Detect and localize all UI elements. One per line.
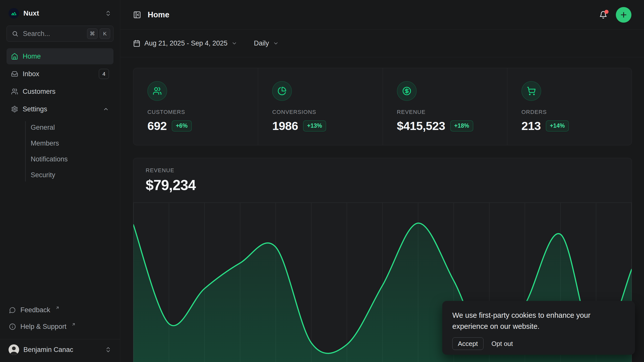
kbd-k: K <box>100 28 110 39</box>
stat-value: $415,523 <box>397 119 445 133</box>
stat-value: 1986 <box>272 119 298 133</box>
notifications-button[interactable] <box>598 10 608 20</box>
stat-delta-badge: +13% <box>303 120 326 131</box>
gear-icon <box>11 106 18 113</box>
stat-delta-badge: +18% <box>450 120 473 131</box>
user-name: Benjamin Canac <box>23 346 73 354</box>
stat-conversions: CONVERSIONS 1986 +13% <box>258 68 382 145</box>
users-icon <box>11 88 18 95</box>
shopping-cart-icon <box>521 81 541 101</box>
nuxt-logo-icon <box>9 8 19 19</box>
topbar: Home <box>120 0 644 30</box>
sidebar-item-notifications[interactable]: Notifications <box>31 151 113 167</box>
subnav-label: Security <box>31 171 55 179</box>
accept-button[interactable]: Accept <box>452 337 484 350</box>
chevron-up-icon <box>103 106 109 112</box>
stat-customers: CUSTOMERS 692 +6% <box>133 68 258 145</box>
sidebar-nav: Home Inbox 4 Customers Settings <box>7 48 113 183</box>
stat-delta-badge: +6% <box>172 120 192 131</box>
home-icon <box>11 53 18 60</box>
users-icon <box>147 81 167 101</box>
sidebar-item-settings[interactable]: Settings <box>7 101 113 117</box>
stat-revenue: REVENUE $415,523 +18% <box>383 68 507 145</box>
opt-out-button[interactable]: Opt out <box>492 340 513 348</box>
org-switcher[interactable]: Nuxt <box>7 6 113 21</box>
add-button[interactable] <box>616 7 631 23</box>
stat-value: 213 <box>521 119 541 133</box>
date-range-value: Aug 21, 2025 - Sep 4, 2025 <box>144 39 227 47</box>
search-placeholder: Search... <box>23 30 50 38</box>
sidebar-item-general[interactable]: General <box>31 120 113 135</box>
search-icon <box>12 30 18 37</box>
app-root: Nuxt Search... ⌘ K Home <box>0 0 644 362</box>
search-input[interactable]: Search... ⌘ K <box>7 26 113 42</box>
info-icon <box>9 323 16 330</box>
stat-delta-badge: +14% <box>546 120 569 131</box>
page-title: Home <box>148 10 169 19</box>
cookie-banner: We use first-party cookies to enhance yo… <box>442 301 635 355</box>
sidebar-item-inbox[interactable]: Inbox 4 <box>7 66 113 82</box>
org-name: Nuxt <box>23 9 39 17</box>
sidebar-item-label: Settings <box>23 105 47 113</box>
subnav-label: Members <box>31 140 59 147</box>
notification-dot <box>605 10 609 14</box>
stat-label: ORDERS <box>521 109 632 115</box>
help-support-label: Help & Support <box>20 323 66 331</box>
stat-label: REVENUE <box>397 109 507 115</box>
external-link-icon <box>71 322 76 327</box>
revenue-card-header: REVENUE $79,234 <box>133 158 632 193</box>
revenue-chart-label: REVENUE <box>146 167 632 174</box>
inbox-count-badge: 4 <box>99 69 109 79</box>
subnav-label: General <box>31 124 55 131</box>
sidebar-item-label: Inbox <box>23 70 39 78</box>
help-support-link[interactable]: Help & Support <box>9 320 111 334</box>
stat-value: 692 <box>147 119 167 133</box>
sidebar-item-members[interactable]: Members <box>31 135 113 151</box>
user-menu[interactable]: Benjamin Canac <box>7 344 113 355</box>
dollar-circle-icon <box>397 81 417 101</box>
chevron-down-icon <box>273 40 279 46</box>
stat-label: CONVERSIONS <box>272 109 382 115</box>
plus-icon <box>620 11 628 19</box>
sidebar-item-label: Home <box>23 53 41 60</box>
kbd-meta: ⌘ <box>87 28 98 39</box>
pie-chart-icon <box>272 81 292 101</box>
feedback-link[interactable]: Feedback <box>9 303 111 317</box>
message-circle-icon <box>9 307 16 313</box>
calendar-icon <box>133 40 140 47</box>
feedback-label: Feedback <box>20 306 50 314</box>
cookie-actions: Accept Opt out <box>452 337 625 350</box>
avatar <box>9 344 19 355</box>
revenue-chart-value: $79,234 <box>146 177 632 193</box>
sidebar-spacer <box>7 183 113 303</box>
sidebar-item-customers[interactable]: Customers <box>7 83 113 100</box>
subnav-label: Notifications <box>31 155 68 163</box>
granularity-select[interactable]: Daily <box>254 39 279 47</box>
collapse-sidebar-button[interactable] <box>133 11 141 19</box>
sidebar-item-security[interactable]: Security <box>31 167 113 183</box>
unfold-more-icon <box>105 346 111 353</box>
chevron-down-icon <box>231 40 237 46</box>
inbox-icon <box>11 70 18 77</box>
stats-card: CUSTOMERS 692 +6% CONVERSIONS 1986 +13% <box>133 68 632 145</box>
settings-subnav: General Members Notifications Security <box>7 120 113 183</box>
sidebar-divider <box>0 339 120 339</box>
sidebar-footer: Feedback Help & Support <box>7 303 113 334</box>
sidebar-item-label: Customers <box>23 88 56 96</box>
sidebar: Nuxt Search... ⌘ K Home <box>0 0 120 362</box>
cookie-message: We use first-party cookies to enhance yo… <box>452 310 606 332</box>
topbar-actions <box>598 7 631 23</box>
sidebar-item-home[interactable]: Home <box>7 48 113 64</box>
external-link-icon <box>55 306 60 310</box>
filter-toolbar: Aug 21, 2025 - Sep 4, 2025 Daily <box>120 30 644 57</box>
search-shortcut: ⌘ K <box>87 28 110 39</box>
date-range-picker[interactable]: Aug 21, 2025 - Sep 4, 2025 <box>133 39 237 47</box>
stat-label: CUSTOMERS <box>147 109 258 115</box>
unfold-more-icon <box>105 10 111 17</box>
granularity-value: Daily <box>254 39 269 47</box>
stat-orders: ORDERS 213 +14% <box>507 68 632 145</box>
